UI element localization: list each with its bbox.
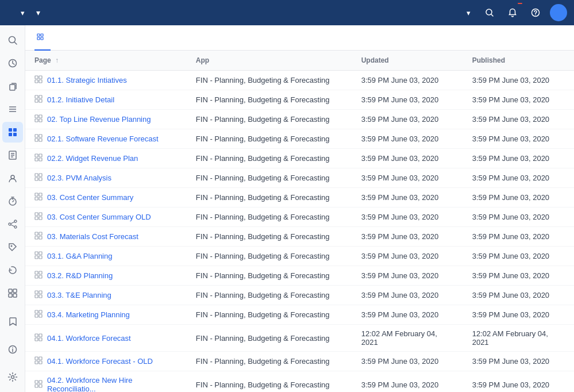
svg-rect-40 [39,76,42,79]
breadcrumb: ▾ [34,8,455,17]
table-container: Page ↑ App Updated Published 01.1. Strat… [25,51,574,392]
table-row: 03.4. Marketing Planning FIN - Planning,… [25,305,574,325]
app-cell: FIN - Planning, Budgeting & Forecasting [187,266,352,286]
page-link[interactable]: 03.4. Marketing Planning [47,310,130,319]
updated-cell: 3:59 PM June 03, 2020 [352,266,463,286]
page-link[interactable]: 01.1. Strategic Intiatives [47,76,127,84]
page-type-icon [34,271,43,280]
page-cell: 03.2. R&D Planning [34,271,178,280]
sidebar-item-timer[interactable] [2,191,23,212]
table-row: 03. Materials Cost Forecast FIN - Planni… [25,227,574,247]
sidebar-item-bookmarks[interactable] [2,312,23,332]
svg-rect-78 [39,256,42,259]
page-link[interactable]: 03.3. T&E Planning [47,291,111,299]
page-cell: 03.1. G&A Planning [34,251,178,261]
app-cell: FIN - Planning, Budgeting & Forecasting [187,168,352,188]
user-menu[interactable]: ▾ [460,6,475,20]
page-cell: 02. Top Line Revenue Planning [34,114,178,124]
svg-rect-35 [37,34,40,36]
help-button[interactable] [527,4,544,21]
page-type-icon [34,356,43,366]
page-cell: 01.1. Strategic Intiatives [34,75,178,85]
svg-rect-96 [39,357,42,360]
svg-rect-50 [39,119,42,122]
sidebar-item-history[interactable] [2,260,23,280]
published-cell: 3:59 PM June 03, 2020 [463,110,574,129]
table-row: 03.1. G&A Planning FIN - Planning, Budge… [25,247,574,266]
sidebar-item-report[interactable] [2,145,23,166]
svg-rect-56 [39,154,42,157]
sidebar-item-tags[interactable] [2,237,23,258]
main-layout: Page ↑ App Updated Published 01.1. Strat… [0,25,574,392]
published-cell: 3:59 PM June 03, 2020 [463,305,574,325]
breadcrumb-chevron-icon: ▾ [36,8,40,17]
page-link[interactable]: 03. Cost Center Summary [47,193,133,202]
svg-rect-14 [13,133,17,136]
page-link[interactable]: 03.1. G&A Planning [47,252,112,260]
page-link[interactable]: 02.3. PVM Analysis [47,174,111,182]
svg-rect-69 [35,217,38,220]
col-header-published: Published [463,51,574,71]
page-type-icon [34,134,43,144]
svg-rect-42 [39,80,42,83]
page-link[interactable]: 03. Materials Cost Forecast [47,232,138,241]
svg-rect-52 [39,134,42,137]
page-cell: 04.1. Workforce Forecast - OLD [34,356,178,366]
svg-rect-30 [13,294,17,297]
app-cell: FIN - Planning, Budgeting & Forecasting [187,305,352,325]
svg-rect-49 [35,119,38,122]
sidebar-item-pages[interactable] [2,122,23,143]
user-avatar[interactable] [550,4,567,21]
page-link[interactable]: 04.2. Workforce New Hire Reconciliatio..… [47,376,178,392]
svg-rect-77 [35,256,38,259]
svg-rect-45 [35,99,38,102]
search-button[interactable] [481,4,498,21]
svg-rect-100 [39,381,42,383]
page-type-icon [34,114,43,124]
nav-right: ▾ [460,4,567,21]
page-cell: 02.1. Software Revenue Forecast [34,134,178,144]
page-type-icon [34,251,43,261]
page-link[interactable]: 04.1. Workforce Forecast [47,334,131,343]
breadcrumb-text[interactable]: ▾ [34,8,40,17]
svg-point-23 [9,223,11,225]
app-cell: FIN - Planning, Budgeting & Forecasting [187,352,352,371]
models-dropdown[interactable]: ▾ [14,6,29,20]
updated-cell: 3:59 PM June 03, 2020 [352,247,463,266]
sidebar-item-recent[interactable] [2,53,23,74]
updated-cell: 3:59 PM June 03, 2020 [352,110,463,129]
col-header-page[interactable]: Page ↑ [25,51,187,71]
sidebar-item-extensions[interactable] [2,283,23,303]
page-link[interactable]: 02.2. Widget Revenue Plan [47,154,138,163]
svg-point-4 [9,37,15,43]
pages-tab[interactable] [34,25,51,51]
svg-rect-47 [35,115,38,118]
notifications-button[interactable] [504,4,521,21]
page-link[interactable]: 02.1. Software Revenue Forecast [47,134,159,143]
sidebar-item-copy[interactable] [2,76,23,97]
app-cell: FIN - Planning, Budgeting & Forecasting [187,371,352,393]
sidebar-item-settings[interactable] [2,367,23,387]
sidebar-item-search[interactable] [2,30,23,51]
sidebar-item-list[interactable] [2,99,23,120]
svg-point-21 [14,220,17,222]
page-link[interactable]: 03. Cost Center Summary OLD [47,213,151,221]
svg-rect-75 [35,252,38,255]
published-cell: 3:59 PM June 03, 2020 [463,188,574,207]
sidebar-item-share[interactable] [2,214,23,235]
updated-cell: 3:59 PM June 03, 2020 [352,168,463,188]
page-link[interactable]: 01.2. Initiative Detail [47,95,114,104]
published-cell: 12:02 AM February 04, 2021 [463,325,574,352]
page-cell: 03.3. T&E Planning [34,290,178,300]
svg-rect-65 [35,197,38,200]
updated-cell: 3:59 PM June 03, 2020 [352,371,463,393]
page-link[interactable]: 02. Top Line Revenue Planning [47,115,151,124]
svg-rect-67 [35,213,38,216]
sidebar-item-users[interactable] [2,168,23,189]
page-link[interactable]: 03.2. R&D Planning [47,271,113,280]
svg-rect-74 [39,236,42,239]
page-cell: 03. Cost Center Summary [34,193,178,202]
sidebar-item-info[interactable] [2,339,23,360]
page-link[interactable]: 04.1. Workforce Forecast - OLD [47,357,153,366]
page-type-icon [34,75,43,85]
